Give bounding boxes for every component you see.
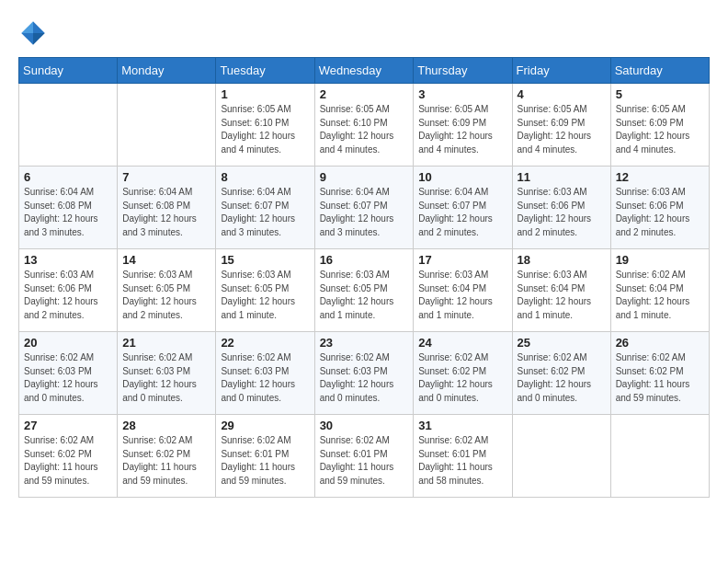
day-detail: Sunrise: 6:02 AM Sunset: 6:03 PM Dayligh… [320,351,409,405]
calendar-cell [512,415,610,498]
day-number: 11 [518,170,606,184]
day-detail: Sunrise: 6:03 AM Sunset: 6:04 PM Dayligh… [418,269,506,322]
day-number: 21 [122,336,210,350]
calendar-cell: 4Sunrise: 6:05 AM Sunset: 6:09 PM Daylig… [512,84,610,167]
day-number: 4 [518,87,606,101]
day-number: 1 [221,87,309,101]
calendar-cell: 28Sunrise: 6:02 AM Sunset: 6:02 PM Dayli… [118,415,216,498]
calendar-cell: 27Sunrise: 6:02 AM Sunset: 6:02 PM Dayli… [19,415,118,498]
calendar-cell: 3Sunrise: 6:05 AM Sunset: 6:09 PM Daylig… [414,84,512,167]
day-number: 9 [320,170,409,184]
day-detail: Sunrise: 6:05 AM Sunset: 6:10 PM Dayligh… [320,103,409,156]
day-number: 28 [122,419,210,432]
calendar-cell: 26Sunrise: 6:02 AM Sunset: 6:02 PM Dayli… [610,332,709,415]
day-detail: Sunrise: 6:02 AM Sunset: 6:01 PM Dayligh… [221,434,309,488]
day-number: 29 [221,419,309,432]
calendar-week-row: 6Sunrise: 6:04 AM Sunset: 6:08 PM Daylig… [19,167,710,249]
calendar-cell: 24Sunrise: 6:02 AM Sunset: 6:02 PM Dayli… [414,332,512,415]
day-number: 5 [616,87,704,101]
calendar-cell: 5Sunrise: 6:05 AM Sunset: 6:09 PM Daylig… [610,84,709,167]
day-number: 12 [616,170,704,184]
day-detail: Sunrise: 6:02 AM Sunset: 6:02 PM Dayligh… [122,434,210,488]
day-detail: Sunrise: 6:03 AM Sunset: 6:05 PM Dayligh… [122,269,210,322]
day-detail: Sunrise: 6:02 AM Sunset: 6:02 PM Dayligh… [518,351,606,405]
calendar-cell: 13Sunrise: 6:03 AM Sunset: 6:06 PM Dayli… [19,249,118,332]
calendar-cell: 29Sunrise: 6:02 AM Sunset: 6:01 PM Dayli… [216,415,314,498]
calendar-cell: 20Sunrise: 6:02 AM Sunset: 6:03 PM Dayli… [19,332,118,415]
weekday-header: Tuesday [216,58,314,84]
day-detail: Sunrise: 6:02 AM Sunset: 6:03 PM Dayligh… [221,351,309,405]
day-detail: Sunrise: 6:05 AM Sunset: 6:09 PM Dayligh… [518,103,606,156]
calendar-cell: 9Sunrise: 6:04 AM Sunset: 6:07 PM Daylig… [314,167,414,249]
day-detail: Sunrise: 6:02 AM Sunset: 6:02 PM Dayligh… [418,351,506,405]
calendar-cell: 16Sunrise: 6:03 AM Sunset: 6:05 PM Dayli… [314,249,414,332]
day-detail: Sunrise: 6:02 AM Sunset: 6:02 PM Dayligh… [616,351,704,405]
day-detail: Sunrise: 6:03 AM Sunset: 6:05 PM Dayligh… [221,269,309,322]
day-detail: Sunrise: 6:02 AM Sunset: 6:04 PM Dayligh… [616,269,704,322]
calendar-week-row: 27Sunrise: 6:02 AM Sunset: 6:02 PM Dayli… [19,415,710,498]
day-number: 3 [418,87,506,101]
day-detail: Sunrise: 6:03 AM Sunset: 6:06 PM Dayligh… [24,269,112,322]
page-header [18,18,710,48]
calendar-week-row: 20Sunrise: 6:02 AM Sunset: 6:03 PM Dayli… [19,332,710,415]
day-detail: Sunrise: 6:02 AM Sunset: 6:03 PM Dayligh… [24,351,112,405]
day-detail: Sunrise: 6:02 AM Sunset: 6:03 PM Dayligh… [122,351,210,405]
logo [18,18,51,48]
calendar-cell: 7Sunrise: 6:04 AM Sunset: 6:08 PM Daylig… [118,167,216,249]
day-number: 27 [24,419,112,432]
day-number: 31 [418,419,506,432]
day-number: 22 [221,336,309,350]
day-number: 14 [122,253,210,267]
day-detail: Sunrise: 6:03 AM Sunset: 6:06 PM Dayligh… [616,186,704,239]
calendar-cell: 22Sunrise: 6:02 AM Sunset: 6:03 PM Dayli… [216,332,314,415]
svg-marker-3 [21,33,33,45]
calendar-cell: 10Sunrise: 6:04 AM Sunset: 6:07 PM Dayli… [414,167,512,249]
calendar-week-row: 13Sunrise: 6:03 AM Sunset: 6:06 PM Dayli… [19,249,710,332]
day-detail: Sunrise: 6:05 AM Sunset: 6:10 PM Dayligh… [221,103,309,156]
day-number: 13 [24,253,112,267]
day-number: 18 [518,253,606,267]
calendar-cell: 23Sunrise: 6:02 AM Sunset: 6:03 PM Dayli… [314,332,414,415]
calendar-cell: 30Sunrise: 6:02 AM Sunset: 6:01 PM Dayli… [314,415,414,498]
calendar-cell: 11Sunrise: 6:03 AM Sunset: 6:06 PM Dayli… [512,167,610,249]
weekday-header: Monday [118,58,216,84]
day-number: 19 [616,253,704,267]
calendar-cell: 17Sunrise: 6:03 AM Sunset: 6:04 PM Dayli… [414,249,512,332]
calendar-cell: 25Sunrise: 6:02 AM Sunset: 6:02 PM Dayli… [512,332,610,415]
day-number: 7 [122,170,210,184]
day-number: 23 [320,336,409,350]
day-detail: Sunrise: 6:03 AM Sunset: 6:06 PM Dayligh… [518,186,606,239]
day-detail: Sunrise: 6:04 AM Sunset: 6:08 PM Dayligh… [24,186,112,239]
day-detail: Sunrise: 6:04 AM Sunset: 6:07 PM Dayligh… [320,186,409,239]
day-detail: Sunrise: 6:05 AM Sunset: 6:09 PM Dayligh… [616,103,704,156]
calendar-week-row: 1Sunrise: 6:05 AM Sunset: 6:10 PM Daylig… [19,84,710,167]
calendar-cell: 15Sunrise: 6:03 AM Sunset: 6:05 PM Dayli… [216,249,314,332]
svg-marker-0 [33,21,45,33]
svg-marker-2 [21,21,33,33]
weekday-header: Sunday [19,58,118,84]
day-detail: Sunrise: 6:02 AM Sunset: 6:01 PM Dayligh… [320,434,409,488]
calendar-cell: 1Sunrise: 6:05 AM Sunset: 6:10 PM Daylig… [216,84,314,167]
weekday-header: Saturday [610,58,709,84]
day-number: 20 [24,336,112,350]
day-number: 30 [320,419,409,432]
day-detail: Sunrise: 6:05 AM Sunset: 6:09 PM Dayligh… [418,103,506,156]
day-number: 8 [221,170,309,184]
calendar-cell: 8Sunrise: 6:04 AM Sunset: 6:07 PM Daylig… [216,167,314,249]
calendar-cell: 19Sunrise: 6:02 AM Sunset: 6:04 PM Dayli… [610,249,709,332]
day-detail: Sunrise: 6:02 AM Sunset: 6:01 PM Dayligh… [418,434,506,488]
day-number: 25 [518,336,606,350]
day-number: 2 [320,87,409,101]
day-detail: Sunrise: 6:03 AM Sunset: 6:04 PM Dayligh… [518,269,606,322]
calendar-cell: 2Sunrise: 6:05 AM Sunset: 6:10 PM Daylig… [314,84,414,167]
calendar-cell: 31Sunrise: 6:02 AM Sunset: 6:01 PM Dayli… [414,415,512,498]
calendar-cell: 12Sunrise: 6:03 AM Sunset: 6:06 PM Dayli… [610,167,709,249]
weekday-header: Friday [512,58,610,84]
calendar-cell: 14Sunrise: 6:03 AM Sunset: 6:05 PM Dayli… [118,249,216,332]
day-number: 16 [320,253,409,267]
calendar-cell: 6Sunrise: 6:04 AM Sunset: 6:08 PM Daylig… [19,167,118,249]
svg-marker-1 [33,33,45,45]
day-number: 6 [24,170,112,184]
calendar-cell: 21Sunrise: 6:02 AM Sunset: 6:03 PM Dayli… [118,332,216,415]
calendar-cell [118,84,216,167]
